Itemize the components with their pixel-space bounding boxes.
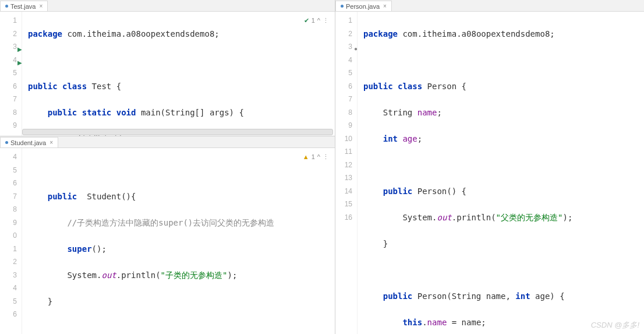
code-student[interactable]: public Student(){ //子类构造方法中隐藏的super()去访问…: [22, 148, 335, 334]
java-icon: [5, 5, 8, 8]
close-icon[interactable]: ×: [49, 139, 53, 146]
editor-pane-student: Student.java × 4 5 6 7 8 9 0 1 2 3 4 5: [0, 136, 335, 334]
inspection-badge[interactable]: ▲ 1 ^ ⋮: [303, 150, 329, 164]
close-icon[interactable]: ×: [383, 3, 387, 9]
code-person[interactable]: package com.itheima.a08oopextendsdemo8; …: [358, 12, 644, 334]
java-icon: [5, 141, 8, 144]
warn-icon: ▲: [303, 150, 309, 164]
tabbar-left-bot: Student.java ×: [0, 136, 335, 148]
chevron-up-icon: ^: [317, 14, 320, 27]
code-line[interactable]: [363, 54, 644, 67]
code-line[interactable]: public Person() {: [363, 185, 644, 198]
code-line[interactable]: System.out.println("子类的无参构造");: [28, 269, 335, 282]
inspection-badge[interactable]: ✔ 1 ^ ⋮: [304, 14, 329, 27]
gutter-person: 1 2 3● 4 5 6 7 8 9 10 11 12 13 14 15 16: [335, 12, 358, 334]
tab-label: Student.java: [10, 139, 46, 146]
tabbar-right: Person.java ×: [335, 0, 644, 12]
code-test[interactable]: package com.itheima.a08oopextendsdemo8; …: [22, 12, 335, 136]
editor-pane-person: Person.java × 1 2 3● 4 5 6 7 8 9 10 11 1…: [335, 0, 644, 334]
code-line[interactable]: super();: [28, 242, 335, 256]
code-line[interactable]: public Student(){: [28, 190, 335, 203]
gutter-student: 4 5 6 7 8 9 0 1 2 3 4 5 6: [0, 148, 22, 334]
watermark: CSDN @多多!: [591, 320, 639, 331]
code-line[interactable]: package com.itheima.a08oopextendsdemo8;: [28, 27, 335, 41]
code-line[interactable]: public Person(String name, int age) {: [363, 290, 644, 303]
code-line[interactable]: //子类构造方法中隐藏的super()去访问父类的无参构造: [28, 216, 335, 230]
tabbar-left-top: Test.java ×: [0, 0, 335, 12]
code-line[interactable]: package com.itheima.a08oopextendsdemo8;: [363, 27, 644, 41]
check-icon: ✔: [304, 14, 309, 27]
dots-icon: ⋮: [323, 14, 329, 27]
code-line[interactable]: }: [363, 237, 644, 251]
code-line[interactable]: [28, 321, 335, 335]
tab-student-java[interactable]: Student.java ×: [0, 137, 58, 147]
editor-pane-test: Test.java × 1 2 3▶ 4▶ 5 6 7 8 9 0 packag: [0, 0, 335, 136]
tab-test-java[interactable]: Test.java ×: [0, 1, 48, 11]
code-line[interactable]: [363, 263, 644, 277]
java-icon: [341, 5, 344, 8]
code-line[interactable]: public static void main(String[] args) {: [28, 106, 335, 119]
ide-split: Test.java × 1 2 3▶ 4▶ 5 6 7 8 9 0 packag: [0, 0, 644, 334]
tab-label: Person.java: [346, 3, 380, 10]
code-line[interactable]: //创建学生对象: [28, 132, 335, 136]
left-column: Test.java × 1 2 3▶ 4▶ 5 6 7 8 9 0 packag: [0, 0, 335, 334]
gutter-test: 1 2 3▶ 4▶ 5 6 7 8 9 0: [0, 12, 22, 136]
code-line[interactable]: }: [28, 295, 335, 308]
tab-person-java[interactable]: Person.java ×: [335, 1, 392, 11]
code-line[interactable]: [28, 164, 335, 177]
code-line[interactable]: String name;: [363, 106, 644, 119]
code-line[interactable]: [363, 159, 644, 172]
chevron-up-icon: ^: [317, 150, 320, 164]
editor-person[interactable]: 1 2 3● 4 5 6 7 8 9 10 11 12 13 14 15 16 …: [335, 12, 644, 334]
code-line[interactable]: [28, 54, 335, 67]
dots-icon: ⋮: [323, 150, 329, 164]
close-icon[interactable]: ×: [39, 3, 43, 9]
code-line[interactable]: public class Test {: [28, 80, 335, 93]
editor-test[interactable]: 1 2 3▶ 4▶ 5 6 7 8 9 0 package com.itheim…: [0, 12, 335, 136]
code-line[interactable]: public class Person {: [363, 80, 644, 93]
code-line[interactable]: int age;: [363, 132, 644, 146]
editor-student[interactable]: 4 5 6 7 8 9 0 1 2 3 4 5 6 public Student…: [0, 148, 335, 334]
tab-label: Test.java: [10, 3, 36, 10]
code-line[interactable]: System.out.println("父类的无参构造");: [363, 211, 644, 224]
